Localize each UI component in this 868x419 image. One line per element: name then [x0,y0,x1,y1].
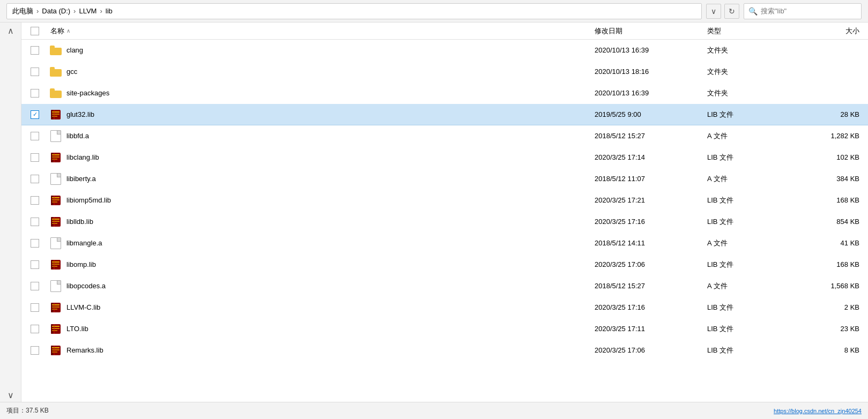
row-check-cell [21,175,48,183]
table-row[interactable]: libomp.lib2020/3/25 17:06LIB 文件168 KB [21,254,868,275]
file-date: 2018/5/12 11:07 [595,175,707,183]
row-check-cell [21,260,48,269]
select-all-checkbox[interactable] [31,27,39,35]
refresh-button[interactable]: ↻ [724,4,739,19]
breadcrumb-item-llvm[interactable]: LLVM [79,7,97,15]
table-row[interactable]: libmangle.a2018/5/12 14:11A 文件41 KB [21,233,868,254]
search-box[interactable]: 🔍 [744,3,862,19]
file-date: 2020/3/25 17:06 [595,260,707,268]
row-checkbox[interactable]: ✓ [31,110,39,119]
file-icon [48,86,63,101]
row-checkbox[interactable] [31,260,39,269]
breadcrumb-area[interactable]: 此电脑 › Data (D:) › LLVM › lib [6,3,702,19]
file-size: 41 KB [793,239,868,247]
file-name: libclang.lib [63,153,595,161]
header-date[interactable]: 修改日期 [595,26,707,36]
folder-icon [50,67,62,77]
row-checkbox[interactable] [31,239,39,248]
lib-icon-svg [50,323,62,335]
folder-icon [50,88,62,98]
header-name[interactable]: 名称 ∧ [48,26,595,36]
file-type: A 文件 [707,238,793,248]
svg-rect-29 [54,260,55,270]
table-row[interactable]: libiomp5md.lib2020/3/25 17:21LIB 文件168 K… [21,190,868,211]
breadcrumb-sep-2: › [73,7,76,15]
svg-rect-3 [52,114,60,115]
lib-file-icon [50,194,62,206]
row-checkbox[interactable] [31,303,39,312]
file-name: liblldb.lib [63,218,595,226]
table-row[interactable]: gcc2020/10/13 18:16文件夹 [21,61,868,83]
file-icon [48,171,63,186]
breadcrumb-item-drive[interactable]: Data (D:) [42,7,70,15]
file-date: 2018/5/12 14:11 [595,239,707,247]
lib-file-icon [50,323,62,335]
file-size: 2 KB [793,303,868,311]
sidebar-up-arrow[interactable]: ∧ [5,25,16,38]
row-checkbox[interactable] [31,132,39,140]
table-row[interactable]: LLVM-C.lib2020/3/25 17:16LIB 文件2 KB [21,297,868,318]
breadcrumb-item-lib[interactable]: lib [106,7,113,15]
file-size: 168 KB [793,196,868,204]
file-type: LIB 文件 [707,346,793,355]
file-area: 名称 ∧ 修改日期 类型 大小 clang2020/10/13 16:39文件夹… [21,23,868,402]
file-icon [48,236,63,251]
status-link[interactable]: https://blog.csdn.net/cn_zjn40254 [774,408,862,414]
lib-file-icon [50,345,62,356]
lib-icon-svg [50,194,62,206]
table-row[interactable]: libclang.lib2020/3/25 17:14LIB 文件102 KB [21,147,868,168]
table-row[interactable]: libbfd.a2018/5/12 15:27A 文件1,282 KB [21,125,868,147]
row-checkbox[interactable] [31,346,39,355]
file-type: LIB 文件 [707,217,793,227]
row-checkbox[interactable] [31,153,39,162]
a-file-icon [50,237,61,249]
svg-rect-5 [54,110,55,119]
sort-arrow-icon: ∧ [66,28,70,34]
table-row[interactable]: Remarks.lib2020/3/25 17:06LIB 文件8 KB [21,340,868,361]
file-name: libbfd.a [63,132,595,140]
row-checkbox[interactable] [31,68,39,76]
svg-rect-2 [52,111,60,113]
file-date: 2020/10/13 16:39 [595,89,707,97]
file-date: 2019/5/25 9:00 [595,110,707,118]
table-row[interactable]: libiberty.a2018/5/12 11:07A 文件384 KB [21,168,868,190]
table-row[interactable]: LTO.lib2020/3/25 17:11LIB 文件23 KB [21,318,868,340]
header-check[interactable] [21,27,48,35]
svg-rect-32 [52,304,60,305]
lib-icon-svg [50,216,62,228]
svg-rect-17 [54,196,55,205]
table-row[interactable]: clang2020/10/13 16:39文件夹 [21,40,868,61]
table-row[interactable]: liblldb.lib2020/3/25 17:16LIB 文件854 KB [21,211,868,233]
table-row[interactable]: site-packages2020/10/13 16:39文件夹 [21,83,868,104]
row-checkbox[interactable] [31,282,39,290]
svg-rect-15 [52,199,60,200]
dropdown-button[interactable]: ∨ [706,4,721,19]
file-date: 2020/3/25 17:06 [595,346,707,354]
search-input[interactable] [761,7,852,15]
file-type: 文件夹 [707,67,793,77]
svg-rect-47 [54,346,55,355]
row-checkbox[interactable] [31,218,39,226]
breadcrumb-item-pc[interactable]: 此电脑 [12,6,33,16]
row-checkbox[interactable] [31,175,39,183]
table-row[interactable]: libopcodes.a2018/5/12 15:27A 文件1,568 KB [21,275,868,297]
header-type[interactable]: 类型 [707,26,793,36]
file-date: 2020/3/25 17:16 [595,218,707,226]
row-check-cell: ✓ [21,110,48,119]
row-check-cell [21,89,48,98]
file-icon [48,129,63,144]
table-row[interactable]: ✓ glut32.lib2019/5/25 9:00LIB 文件28 KB [21,104,868,125]
file-name: gcc [63,68,595,76]
row-checkbox[interactable] [31,46,39,55]
header-size[interactable]: 大小 [793,26,868,36]
breadcrumb-sep-1: › [36,7,39,15]
sidebar-down-arrow[interactable]: ∨ [5,389,16,402]
a-file-icon [50,173,61,185]
file-date: 2020/10/13 18:16 [595,68,707,76]
file-type: 文件夹 [707,88,793,98]
row-checkbox[interactable] [31,196,39,205]
svg-rect-45 [52,349,60,350]
row-checkbox[interactable] [31,89,39,98]
svg-rect-44 [52,347,60,348]
row-checkbox[interactable] [31,325,39,333]
